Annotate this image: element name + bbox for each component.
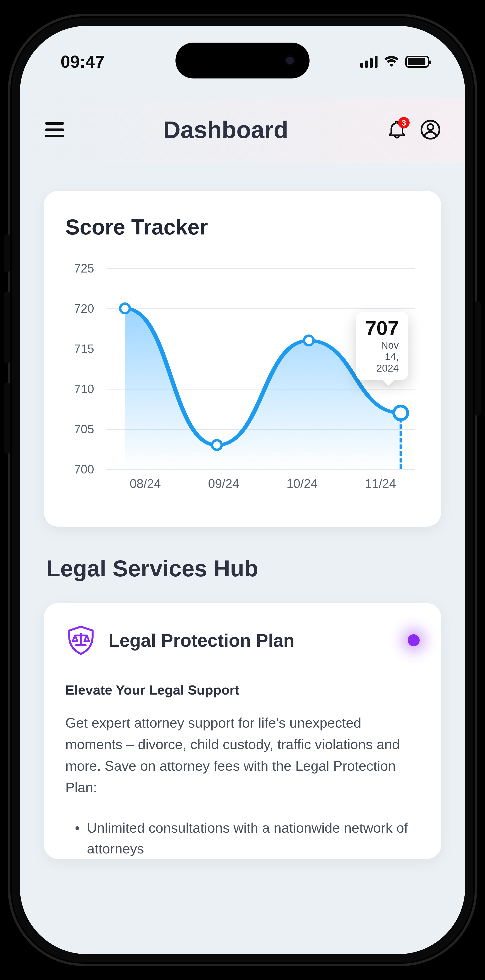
notifications-button[interactable]: 3 bbox=[386, 119, 408, 140]
chart-point[interactable] bbox=[303, 334, 315, 347]
legal-card-title: Legal Protection Plan bbox=[108, 630, 294, 651]
volume-down-button bbox=[4, 382, 10, 454]
legal-body: Get expert attorney support for life's u… bbox=[65, 712, 420, 798]
side-button bbox=[4, 234, 10, 272]
phone-frame: 09:47 Dashboard bbox=[8, 14, 477, 966]
status-dot bbox=[408, 634, 420, 646]
volume-up-button bbox=[4, 291, 10, 363]
battery-icon bbox=[405, 56, 429, 68]
card-title: Score Tracker bbox=[65, 215, 420, 240]
x-tick-label: 08/24 bbox=[106, 476, 185, 491]
wifi-icon bbox=[384, 56, 399, 67]
notification-badge: 3 bbox=[398, 117, 410, 129]
cellular-signal-icon bbox=[360, 56, 378, 68]
score-tracker-card: Score Tracker 700705710715720725 bbox=[44, 191, 441, 527]
power-button bbox=[475, 301, 481, 416]
chart-point[interactable] bbox=[211, 439, 223, 451]
legal-protection-card[interactable]: Legal Protection Plan Elevate Your Legal… bbox=[44, 603, 441, 859]
x-tick-label: 11/24 bbox=[341, 476, 420, 491]
grid-line bbox=[106, 469, 415, 470]
hamburger-icon bbox=[45, 122, 64, 137]
menu-button[interactable] bbox=[44, 119, 65, 140]
status-time: 09:47 bbox=[61, 52, 105, 72]
dynamic-island bbox=[175, 43, 310, 78]
svg-point-1 bbox=[427, 124, 433, 130]
x-tick-label: 09/24 bbox=[185, 476, 263, 491]
chart-tooltip: 707 Nov 14, 2024 bbox=[356, 312, 408, 380]
legal-subtitle: Elevate Your Legal Support bbox=[65, 682, 420, 698]
chart-point[interactable] bbox=[119, 302, 131, 314]
tooltip-value: 707 bbox=[365, 318, 399, 338]
screen: 09:47 Dashboard bbox=[20, 26, 465, 954]
user-icon bbox=[420, 119, 441, 140]
app-header: Dashboard 3 bbox=[20, 98, 465, 162]
x-tick-label: 10/24 bbox=[263, 476, 341, 491]
profile-button[interactable] bbox=[420, 119, 441, 140]
legal-bullet-list: Unlimited consultations with a nationwid… bbox=[65, 817, 420, 859]
score-chart[interactable]: 700705710715720725 bbox=[65, 268, 420, 498]
legal-bullet: Unlimited consultations with a nationwid… bbox=[75, 817, 420, 859]
page-title: Dashboard bbox=[163, 116, 288, 143]
shield-scales-icon bbox=[65, 625, 96, 656]
tooltip-date: Nov 14, 2024 bbox=[365, 339, 399, 374]
section-title-legal: Legal Services Hub bbox=[46, 555, 441, 582]
